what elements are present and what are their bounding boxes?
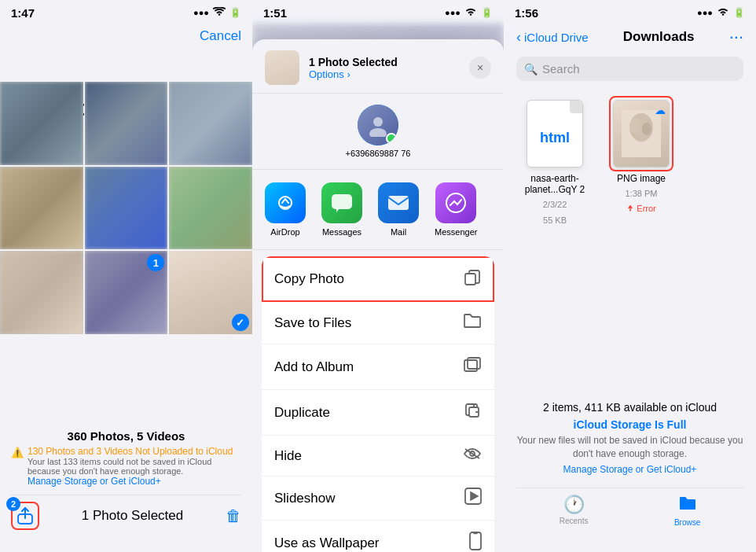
photo-cell[interactable] [0, 251, 83, 334]
svg-point-2 [369, 128, 387, 137]
back-arrow-icon: ‹ [516, 29, 521, 46]
airdrop-label: AirDrop [270, 227, 299, 237]
album-icon [463, 355, 482, 378]
contact-avatar [358, 105, 398, 145]
svg-marker-16 [471, 492, 478, 500]
photo-cell-selected[interactable]: 1 [85, 251, 168, 334]
files-nav: ‹ iCloud Drive Downloads ··· [504, 22, 756, 52]
icloud-manage-link[interactable]: Manage Storage or Get iCloud+ [516, 464, 743, 475]
hide-action[interactable]: Hide [262, 436, 494, 477]
trash-icon[interactable]: 🗑 [226, 507, 241, 525]
wallpaper-action[interactable]: Use as Wallpaper [262, 521, 494, 552]
signal-icon-2: ●●● [445, 8, 461, 17]
duplicate-action[interactable]: Duplicate [262, 390, 494, 436]
nav-title: Downloads [623, 29, 695, 45]
messages-app[interactable]: Messages [321, 182, 362, 237]
share-apps-row: AirDrop Messages Mail [252, 170, 504, 250]
wallpaper-label: Use as Wallpaper [274, 535, 469, 551]
bottom-bar: 2 1 Photo Selected 🗑 [11, 495, 241, 530]
duplicate-label: Duplicate [274, 405, 463, 421]
battery-icon-3: 🔋 [733, 7, 745, 18]
tab-browse[interactable]: Browse [674, 495, 700, 527]
share-close-button[interactable]: × [469, 57, 491, 79]
cancel-button[interactable]: Cancel [200, 28, 241, 44]
photo-cell-last[interactable]: ✓ [169, 251, 252, 334]
mail-app[interactable]: Mail [378, 182, 419, 237]
cloud-upload-icon: ☁ [655, 104, 666, 116]
play-icon [464, 488, 482, 509]
html-file-icon-container: html [523, 98, 586, 169]
photo-cell[interactable] [0, 167, 83, 250]
upload-icon [626, 205, 634, 213]
share-button[interactable]: 2 [11, 502, 39, 530]
photo-cell[interactable] [0, 82, 83, 165]
panel-share: 1:51 ●●● 🔋 1 Photo Selected Options › × [252, 0, 504, 552]
more-button[interactable]: ··· [729, 27, 743, 47]
svg-rect-5 [388, 196, 409, 210]
status-time-3: 1:56 [515, 6, 538, 20]
share-sheet: 1 Photo Selected Options › × +6396869887 [252, 39, 504, 552]
messenger-app[interactable]: Messenger [435, 182, 477, 237]
html-file-item[interactable]: html nasa-earth-planet...GqY 2 2/3/22 55… [519, 98, 590, 227]
recents-tab-icon: 🕐 [563, 495, 585, 515]
selection-badge-last: ✓ [232, 314, 249, 331]
warning-icon: ⚠️ [11, 447, 24, 458]
svg-rect-8 [465, 274, 475, 285]
selected-count-label: 1 Photo Selected [82, 508, 183, 524]
html-file-icon: html [527, 100, 583, 167]
html-file-date: 2/3/22 [543, 199, 567, 211]
panel-photos: 1:47 ●●● 🔋 Cancel Recents [0, 0, 252, 552]
add-to-album-action[interactable]: Add to Album [262, 344, 494, 390]
status-time-2: 1:51 [263, 6, 287, 20]
copy-icon [463, 267, 482, 290]
mail-svg [387, 194, 410, 212]
icloud-full-desc: Your new files will not be saved in iClo… [516, 434, 743, 461]
phone-icon [469, 532, 482, 552]
icloud-warning-desc: Your last 133 items could not be saved i… [28, 457, 241, 476]
search-bar[interactable]: 🔍 Search [516, 57, 743, 81]
png-thumbnail-svg [622, 110, 661, 157]
signal-icon-3: ●●● [697, 8, 713, 17]
online-indicator [386, 133, 397, 144]
copy-photo-action[interactable]: Copy Photo [262, 256, 494, 302]
status-bar-3: 1:56 ●●● 🔋 [504, 0, 756, 22]
copy-photo-label: Copy Photo [274, 271, 463, 287]
save-to-files-label: Save to Files [274, 315, 463, 331]
svg-point-26 [642, 123, 651, 135]
status-time-1: 1:47 [11, 6, 35, 20]
hide-label: Hide [274, 448, 463, 464]
browse-tab-icon [678, 495, 697, 517]
wifi-icon-3 [717, 7, 729, 19]
html-file-size: 55 KB [543, 215, 567, 226]
recents-tab-label: Recents [560, 517, 589, 525]
share-options[interactable]: Options › [309, 68, 398, 80]
bottom-tabs: 🕐 Recents Browse [516, 488, 743, 530]
airdrop-app[interactable]: AirDrop [265, 182, 306, 237]
status-icons-1: ●●● 🔋 [193, 7, 241, 19]
png-file-item[interactable]: ☁ PNG image 1:38 PM [606, 98, 677, 227]
search-placeholder: Search [542, 62, 580, 75]
photo-cell[interactable] [85, 82, 168, 165]
svg-rect-4 [332, 194, 352, 209]
tab-recents[interactable]: 🕐 Recents [560, 495, 589, 527]
photo-cell[interactable] [85, 167, 168, 250]
manage-storage-link[interactable]: Manage Storage or Get iCloud+ [28, 476, 241, 487]
mail-icon [378, 182, 419, 223]
status-icons-3: ●●● 🔋 [697, 7, 745, 19]
share-title: 1 Photo Selected [309, 56, 398, 68]
messages-svg [330, 193, 354, 213]
back-button[interactable]: ‹ iCloud Drive [516, 29, 589, 46]
png-error: Error [626, 204, 656, 213]
slideshow-action[interactable]: Slideshow [262, 477, 494, 521]
svg-point-25 [629, 118, 642, 134]
contact-item[interactable]: +6396869887 76 [265, 105, 491, 158]
airdrop-svg [273, 191, 297, 215]
status-icons-2: ●●● 🔋 [445, 7, 493, 19]
share-thumbnail [265, 50, 299, 85]
photo-cell[interactable] [169, 167, 252, 250]
search-icon: 🔍 [524, 63, 538, 75]
photo-cell[interactable] [169, 82, 252, 165]
battery-icon: 🔋 [229, 7, 241, 18]
html-label: html [540, 130, 570, 146]
save-to-files-action[interactable]: Save to Files [262, 302, 494, 344]
